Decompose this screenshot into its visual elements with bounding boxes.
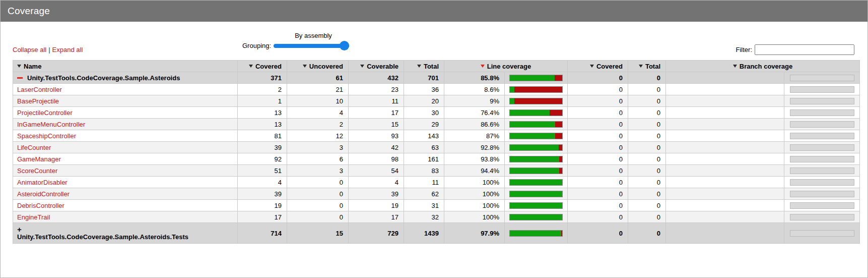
column-header-total[interactable]: Total bbox=[404, 61, 444, 72]
line-coverage-fill bbox=[510, 214, 562, 220]
class-row: GameManager9269816193.8%00 bbox=[13, 153, 860, 165]
branch-coverage-bar bbox=[790, 144, 854, 151]
class-link[interactable]: LifeCounter bbox=[17, 144, 51, 151]
column-header-name[interactable]: Name bbox=[13, 61, 238, 72]
line-coverage-bar bbox=[509, 202, 563, 209]
branch-coverage-bar-cell bbox=[784, 223, 860, 244]
line-coverage-bar bbox=[509, 86, 563, 93]
class-link[interactable]: AnimatorDisabler bbox=[17, 179, 68, 186]
filter-input[interactable] bbox=[755, 44, 854, 55]
branch-total-cell: 0 bbox=[628, 153, 666, 165]
class-link[interactable]: LaserController bbox=[17, 86, 62, 93]
covered-cell: 19 bbox=[238, 200, 287, 211]
class-link[interactable]: InGameMenuController bbox=[17, 121, 85, 128]
line-coverage-bar-cell bbox=[505, 200, 568, 211]
name-cell: DebrisController bbox=[13, 200, 238, 211]
line-coverage-bar bbox=[509, 98, 563, 104]
expand-collapse-links: Collapse all|Expand all bbox=[13, 46, 83, 53]
coverable-cell: 23 bbox=[349, 84, 404, 95]
covered-cell: 17 bbox=[238, 211, 287, 223]
uncovered-cell: 0 bbox=[287, 188, 349, 200]
column-header-branch-coverage[interactable]: Branch coverage bbox=[666, 61, 860, 72]
branch-covered-cell: 0 bbox=[568, 177, 628, 188]
branch-coverage-percent bbox=[666, 153, 784, 165]
line-coverage-percent: 100% bbox=[444, 200, 505, 211]
class-row: ScoreCounter513548394.4%00 bbox=[13, 165, 860, 177]
total-cell: 30 bbox=[404, 107, 444, 119]
column-header-line-coverage[interactable]: Line coverage bbox=[444, 61, 568, 72]
branch-coverage-bar-cell bbox=[784, 200, 860, 211]
total-cell: 20 bbox=[404, 95, 444, 107]
sort-down-icon bbox=[590, 65, 594, 68]
sort-down-icon bbox=[249, 65, 253, 68]
covered-cell: 13 bbox=[238, 107, 287, 119]
covered-cell: 81 bbox=[238, 130, 287, 142]
name-cell: AsteroidController bbox=[13, 188, 238, 200]
expand-plus-icon[interactable]: + bbox=[17, 226, 232, 233]
line-coverage-bar-cell bbox=[505, 153, 568, 165]
class-row: InGameMenuController132152986.6%00 bbox=[13, 119, 860, 130]
covered-cell: 714 bbox=[238, 223, 287, 244]
branch-total-cell: 0 bbox=[628, 84, 666, 95]
uncovered-cell: 4 bbox=[287, 107, 349, 119]
class-link[interactable]: BaseProjectile bbox=[17, 97, 59, 105]
branch-coverage-bar-cell bbox=[784, 84, 860, 95]
branch-coverage-bar-cell bbox=[784, 119, 860, 130]
line-coverage-percent: 100% bbox=[444, 177, 505, 188]
line-coverage-fill bbox=[510, 133, 555, 139]
class-link[interactable]: SpaceshipController bbox=[17, 132, 76, 140]
coverable-cell: 54 bbox=[349, 165, 404, 177]
branch-coverage-bar-cell bbox=[784, 142, 860, 153]
assembly-row: Unity.TestTools.CodeCoverage.Sample.Aste… bbox=[13, 72, 860, 84]
coverage-table-body: Unity.TestTools.CodeCoverage.Sample.Aste… bbox=[13, 72, 860, 244]
collapse-minus-icon[interactable] bbox=[17, 77, 23, 79]
grouping-control: By assembly Grouping: bbox=[242, 32, 363, 49]
column-header-branch-total[interactable]: Total bbox=[628, 61, 666, 72]
expand-all-link[interactable]: Expand all bbox=[52, 46, 83, 53]
line-coverage-fill bbox=[510, 203, 562, 208]
branch-total-cell: 0 bbox=[628, 130, 666, 142]
coverable-cell: 11 bbox=[349, 95, 404, 107]
branch-coverage-bar bbox=[790, 109, 854, 116]
table-header: Name Covered Uncovered Coverable Total L… bbox=[13, 61, 860, 72]
line-coverage-percent: 86.6% bbox=[444, 119, 505, 130]
branch-coverage-bar-cell bbox=[784, 165, 860, 177]
total-cell: 63 bbox=[404, 142, 444, 153]
class-link[interactable]: ScoreCounter bbox=[17, 167, 57, 175]
covered-cell: 92 bbox=[238, 153, 287, 165]
column-header-branch-covered[interactable]: Covered bbox=[568, 61, 628, 72]
line-coverage-fill bbox=[510, 98, 514, 104]
uncovered-cell: 0 bbox=[287, 177, 349, 188]
column-header-uncovered[interactable]: Uncovered bbox=[287, 61, 349, 72]
line-coverage-bar-cell bbox=[505, 211, 568, 223]
line-coverage-bar-cell bbox=[505, 165, 568, 177]
branch-coverage-bar-cell bbox=[784, 188, 860, 200]
class-link[interactable]: AsteroidController bbox=[17, 190, 70, 198]
title-bar: Coverage bbox=[1, 1, 867, 22]
class-link[interactable]: ProjectileController bbox=[17, 109, 73, 117]
column-header-coverable[interactable]: Coverable bbox=[349, 61, 404, 72]
line-coverage-bar bbox=[509, 214, 563, 220]
name-cell: SpaceshipController bbox=[13, 130, 238, 142]
line-coverage-bar-cell bbox=[505, 223, 568, 244]
grouping-slider[interactable] bbox=[274, 44, 349, 48]
branch-coverage-percent bbox=[666, 177, 784, 188]
line-coverage-bar-cell bbox=[505, 188, 568, 200]
branch-coverage-bar bbox=[790, 202, 854, 209]
line-coverage-bar bbox=[509, 168, 563, 174]
branch-coverage-bar-cell bbox=[784, 95, 860, 107]
name-cell: BaseProjectile bbox=[13, 95, 238, 107]
branch-covered-cell: 0 bbox=[568, 223, 628, 244]
class-link[interactable]: EngineTrail bbox=[17, 213, 50, 221]
total-cell: 161 bbox=[404, 153, 444, 165]
class-link[interactable]: GameManager bbox=[17, 155, 61, 163]
column-header-covered[interactable]: Covered bbox=[238, 61, 287, 72]
line-coverage-percent: 97.9% bbox=[444, 223, 505, 244]
class-link[interactable]: DebrisController bbox=[17, 202, 64, 209]
line-coverage-fill bbox=[510, 75, 555, 81]
coverable-cell: 4 bbox=[349, 177, 404, 188]
collapse-all-link[interactable]: Collapse all bbox=[13, 46, 46, 53]
name-cell: LaserController bbox=[13, 84, 238, 95]
total-cell: 62 bbox=[404, 188, 444, 200]
branch-coverage-bar bbox=[790, 98, 854, 104]
